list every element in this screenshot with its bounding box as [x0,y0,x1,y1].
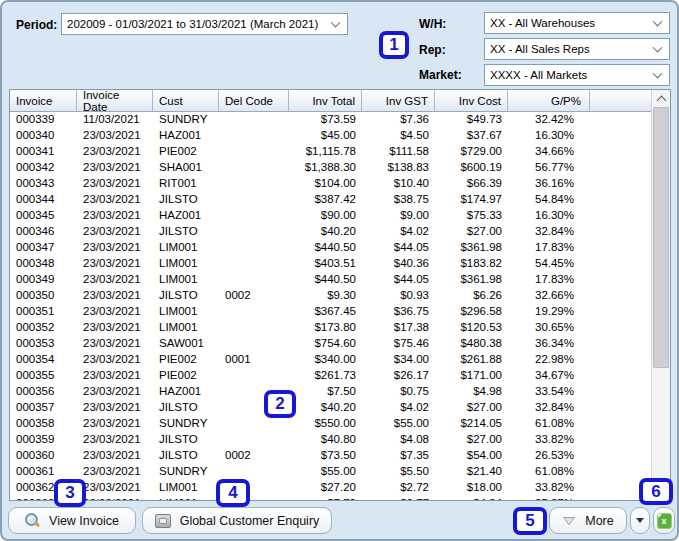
table-cell: $1,115.78 [289,143,362,159]
table-row[interactable]: 00034323/03/2021RIT001$104.00$10.40$66.3… [10,175,651,191]
callout-2: 2 [264,390,296,418]
table-cell [219,303,289,319]
table-cell: $361.98 [435,271,508,287]
table-row[interactable]: 00034423/03/2021JILSTO$387.42$38.75$174.… [10,191,651,207]
table-cell: $440.50 [289,271,362,287]
table-cell: 000348 [10,255,77,271]
table-cell: $9.30 [289,287,362,303]
table-row[interactable]: 00034923/03/2021LIM001$440.50$44.05$361.… [10,271,651,287]
table-cell [219,367,289,383]
table-cell [219,255,289,271]
scroll-up-button[interactable] [652,90,670,106]
table-row[interactable]: 00036323/03/2021LIM001$7.70$0.77$4.8425.… [10,495,651,500]
column-header[interactable]: Cust [153,90,219,111]
table-cell: SUNDRY [153,111,219,127]
table-cell: $36.75 [362,303,435,319]
global-customer-enquiry-button[interactable]: Global Customer Enquiry [142,507,332,534]
table-cell: $7.36 [362,111,435,127]
table-cell: 23/03/2021 [77,383,153,399]
table-cell: 36.34% [508,335,590,351]
table-row[interactable]: 00035223/03/2021LIM001$173.80$17.38$120.… [10,319,651,335]
column-header[interactable]: Invoice [10,90,77,111]
table-cell: JILSTO [153,287,219,303]
table-cell: $4.84 [435,495,508,500]
more-button[interactable]: More [549,507,627,534]
table-cell: 17.83% [508,271,590,287]
table-row[interactable]: 00035523/03/2021PIE002$261.73$26.17$171.… [10,367,651,383]
table-cell: $4.98 [435,383,508,399]
export-to-excel-button[interactable]: x [653,507,675,534]
table-cell: $66.39 [435,175,508,191]
table-row[interactable]: 00035123/03/2021LIM001$367.45$36.75$296.… [10,303,651,319]
scrollbar-thumb[interactable] [653,107,669,368]
table-row[interactable]: 00036023/03/2021JILSTO0002$73.50$7.35$54… [10,447,651,463]
table-row[interactable]: 00034823/03/2021LIM001$403.51$40.36$183.… [10,255,651,271]
warehouse-dropdown[interactable]: XX - All Warehouses [484,12,670,34]
table-cell: $138.83 [362,159,435,175]
table-row[interactable]: 00034623/03/2021JILSTO$40.20$4.02$27.003… [10,223,651,239]
column-header[interactable]: Inv GST [362,90,435,111]
table-row[interactable]: 00034223/03/2021SHA001$1,388.30$138.83$6… [10,159,651,175]
table-cell: $440.50 [289,239,362,255]
table-cell: $111.58 [362,143,435,159]
table-cell: 23/03/2021 [77,239,153,255]
table-cell: 0002 [219,447,289,463]
column-header[interactable]: Inv Cost [435,90,508,111]
callout-3: 3 [54,479,86,507]
table-row[interactable]: 00035823/03/2021SUNDRY$550.00$55.00$214.… [10,415,651,431]
period-dropdown[interactable]: 202009 - 01/03/2021 to 31/03/2021 (March… [61,13,348,35]
table-cell: 23/03/2021 [77,463,153,479]
table-cell: SUNDRY [153,463,219,479]
table-cell: HAZ001 [153,207,219,223]
column-header[interactable]: Invoice Date [77,90,153,111]
table-cell: RIT001 [153,175,219,191]
table-cell: 23/03/2021 [77,207,153,223]
table-cell: 23/03/2021 [77,287,153,303]
rep-dropdown[interactable]: XX - All Sales Reps [484,38,670,60]
table-row[interactable]: 00033911/03/2021SUNDRY$73.59$7.36$49.733… [10,111,651,127]
column-header[interactable]: G/P% [508,90,590,111]
table-cell: $27.00 [435,223,508,239]
table-cell: 23/03/2021 [77,479,153,495]
table-cell: 000341 [10,143,77,159]
triangle-down-icon [636,518,644,523]
column-header[interactable]: Inv Total [289,90,362,111]
table-cell: $27.00 [435,399,508,415]
table-row[interactable]: 00036123/03/2021SUNDRY$55.00$5.50$21.406… [10,463,651,479]
table-row[interactable]: 00035323/03/2021SAW001$754.60$75.46$480.… [10,335,651,351]
table-row[interactable]: 00036223/03/2021LIM001$27.20$2.72$18.003… [10,479,651,495]
market-label: Market: [419,68,462,82]
table-cell: 000339 [10,111,77,127]
vertical-scrollbar[interactable] [651,90,670,500]
table-row[interactable]: 00034523/03/2021HAZ001$90.00$9.00$75.331… [10,207,651,223]
table-cell [219,223,289,239]
table-row[interactable]: 00034123/03/2021PIE002$1,115.78$111.58$7… [10,143,651,159]
table-row[interactable]: 00034723/03/2021LIM001$440.50$44.05$361.… [10,239,651,255]
table-cell: $40.20 [289,223,362,239]
table-cell: PIE002 [153,143,219,159]
table-row[interactable]: 00034023/03/2021HAZ001$45.00$4.50$37.671… [10,127,651,143]
table-cell [219,127,289,143]
table-cell [219,207,289,223]
view-invoice-button[interactable]: View Invoice [8,507,136,534]
table-row[interactable]: 00035023/03/2021JILSTO0002$9.30$0.93$6.2… [10,287,651,303]
table-cell: 000353 [10,335,77,351]
more-dropdown-arrow-button[interactable] [630,507,650,534]
card-file-icon [155,514,171,528]
table-cell: 000349 [10,271,77,287]
market-dropdown[interactable]: XXXX - All Markets [484,64,670,86]
table-row[interactable]: 00035923/03/2021JILSTO$40.80$4.08$27.003… [10,431,651,447]
table-cell: 000351 [10,303,77,319]
table-cell: $387.42 [289,191,362,207]
table-cell: 000357 [10,399,77,415]
table-cell: 000347 [10,239,77,255]
table-cell: $6.26 [435,287,508,303]
table-row[interactable]: 00035623/03/2021HAZ001$7.50$0.75$4.9833.… [10,383,651,399]
column-header[interactable]: Del Code [219,90,289,111]
table-row[interactable]: 00035423/03/2021PIE0020001$340.00$34.00$… [10,351,651,367]
table-cell: 23/03/2021 [77,143,153,159]
table-row[interactable]: 00035723/03/2021JILSTO$40.20$4.02$27.003… [10,399,651,415]
table-cell: 23/03/2021 [77,367,153,383]
table-cell: LIM001 [153,271,219,287]
table-cell: $0.75 [362,383,435,399]
